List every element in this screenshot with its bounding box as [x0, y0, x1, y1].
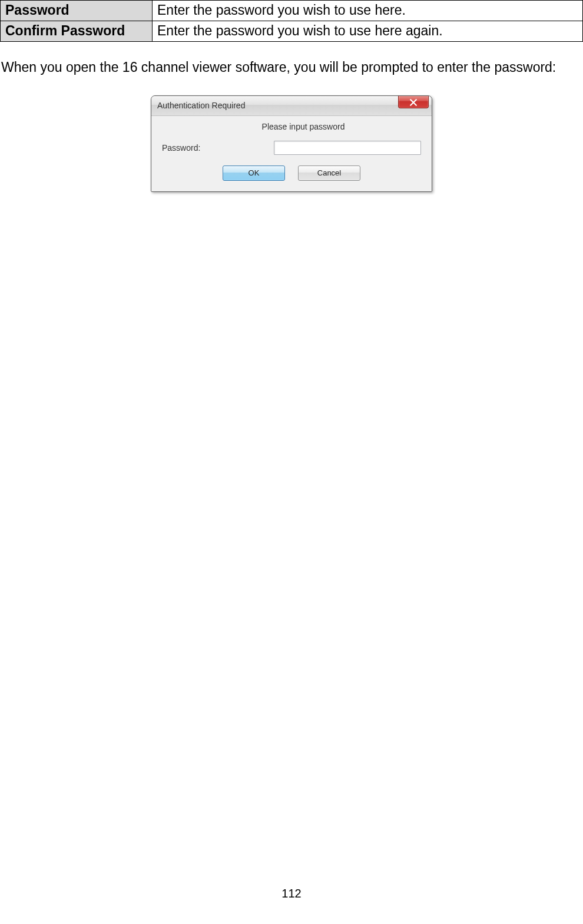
- page-number: 112: [0, 887, 583, 900]
- password-row: Password:: [162, 141, 421, 155]
- definition-table: Password Enter the password you wish to …: [0, 0, 583, 42]
- table-cell-desc: Enter the password you wish to use here.: [153, 1, 583, 21]
- table-cell-label: Password: [1, 1, 153, 21]
- close-icon: [410, 95, 417, 110]
- dialog-titlebar[interactable]: Authentication Required: [151, 96, 432, 116]
- table-cell-desc: Enter the password you wish to use here …: [153, 21, 583, 41]
- password-input[interactable]: [274, 141, 421, 155]
- table-row: Password Enter the password you wish to …: [1, 1, 583, 21]
- password-label: Password:: [162, 143, 204, 153]
- dialog-title: Authentication Required: [157, 101, 245, 110]
- dialog-screenshot: Authentication Required Please input pas…: [0, 95, 583, 192]
- paragraph: When you open the 16 channel viewer soft…: [0, 58, 583, 77]
- dialog-instruction: Please input password: [162, 122, 421, 131]
- table-row: Confirm Password Enter the password you …: [1, 21, 583, 41]
- dialog-buttons: OK Cancel: [162, 165, 421, 181]
- ok-button[interactable]: OK: [223, 165, 285, 181]
- dialog-body: Please input password Password: OK Cance…: [151, 116, 432, 191]
- auth-dialog: Authentication Required Please input pas…: [151, 95, 432, 192]
- table-cell-label: Confirm Password: [1, 21, 153, 41]
- cancel-button[interactable]: Cancel: [298, 165, 360, 181]
- close-button[interactable]: [398, 95, 429, 108]
- page-content: Password Enter the password you wish to …: [0, 0, 583, 192]
